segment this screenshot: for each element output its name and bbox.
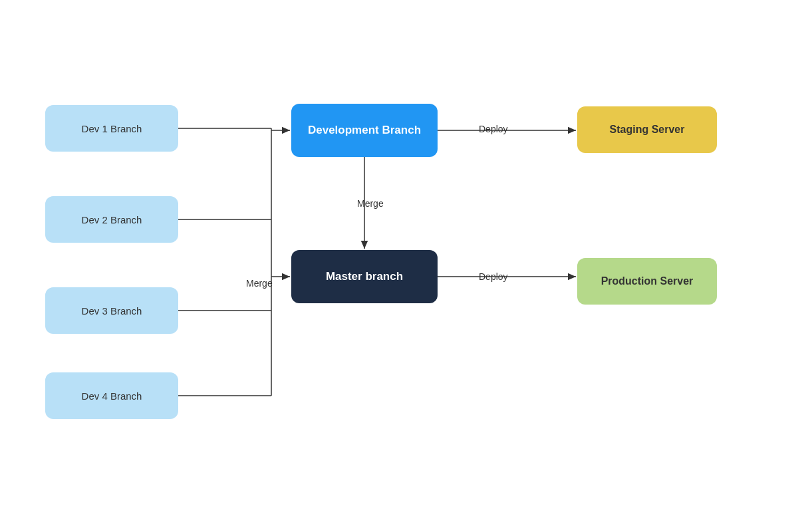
master-branch-node: Master branch xyxy=(291,250,438,303)
staging-server-label: Staging Server xyxy=(610,124,685,136)
development-branch-node: Development Branch xyxy=(291,104,438,157)
development-branch-label: Development Branch xyxy=(308,124,421,137)
dev3-branch-node: Dev 3 Branch xyxy=(45,287,178,334)
staging-server-node: Staging Server xyxy=(577,106,717,153)
deploy-top-label: Deploy xyxy=(479,124,508,134)
master-branch-label: Master branch xyxy=(326,270,403,283)
dev3-branch-label: Dev 3 Branch xyxy=(82,305,142,317)
dev2-branch-node: Dev 2 Branch xyxy=(45,196,178,243)
merge-mid-label: Merge xyxy=(357,198,384,209)
deploy-bottom-label: Deploy xyxy=(479,271,508,282)
merge-left-label: Merge xyxy=(246,278,273,289)
production-server-node: Production Server xyxy=(577,258,717,305)
diagram: Dev 1 Branch Dev 2 Branch Dev 3 Branch D… xyxy=(0,0,798,532)
dev2-branch-label: Dev 2 Branch xyxy=(82,214,142,225)
dev4-branch-node: Dev 4 Branch xyxy=(45,372,178,419)
production-server-label: Production Server xyxy=(601,275,694,287)
dev1-branch-label: Dev 1 Branch xyxy=(82,123,142,134)
dev4-branch-label: Dev 4 Branch xyxy=(82,390,142,402)
dev1-branch-node: Dev 1 Branch xyxy=(45,105,178,152)
